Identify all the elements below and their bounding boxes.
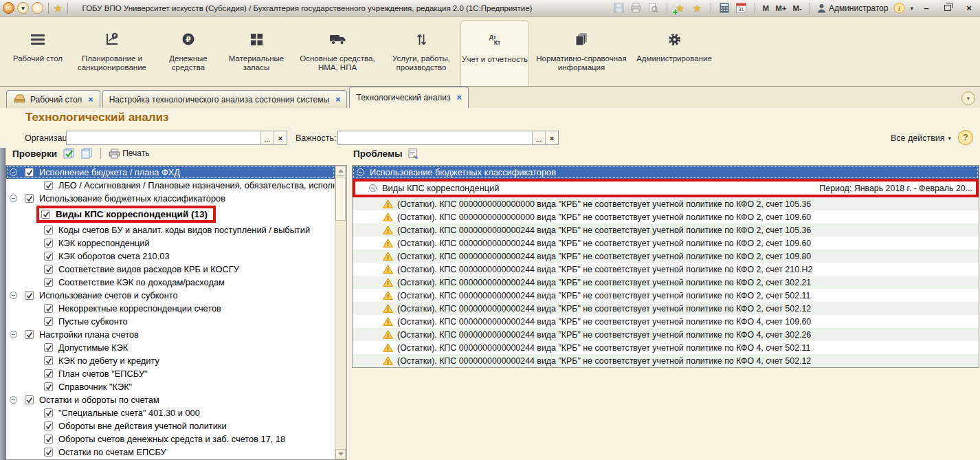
ribbon-section-8[interactable]: Нормативно-справочная информация [529,17,634,86]
checkbox[interactable] [44,382,53,391]
collapse-icon[interactable] [10,331,17,338]
print-button[interactable]: Печать [109,149,149,159]
collapse-icon[interactable] [10,292,17,299]
ribbon-section-2[interactable]: ₽ Планирование и санкционирование [67,17,157,86]
checkbox[interactable] [44,435,53,443]
checkbox[interactable] [25,194,34,203]
tree-row[interactable]: Остатки по счетам ЕПСБУ [6,446,335,459]
organization-clear-button[interactable]: × [274,131,287,144]
checkbox[interactable] [25,395,34,404]
importance-lookup-button[interactable]: ... [532,131,545,144]
importance-input[interactable] [338,131,532,144]
scrollbar-thumb[interactable] [335,177,346,221]
organization-lookup-button[interactable]: ... [260,131,274,144]
ribbon-section-1[interactable]: Рабочий стол [8,17,67,86]
problem-row[interactable]: ! (Остатки). КПС 0000000000000000 вида "… [353,210,979,223]
tree-row[interactable]: Обороты счетов денежных средств и заб. с… [6,432,335,446]
tab-close-icon[interactable]: × [335,95,340,105]
collapse-icon[interactable] [369,184,377,192]
tree-row[interactable]: План счетов "ЕПСБУ" [6,367,335,380]
ribbon-section-9[interactable]: Администрирование [634,17,715,86]
tree-row[interactable]: Допустимые КЭК [6,341,335,354]
tree-row[interactable]: Соответствие видов расходов КРБ и КОСГУ [6,263,335,276]
problem-row[interactable]: ! (Остатки). КПС 0000000000000244 вида "… [353,302,979,315]
tree-row[interactable]: КЭК корреспонденций [6,237,335,250]
problem-row[interactable]: ! (Остатки). КПС 0000000000000244 вида "… [353,223,979,237]
problem-row[interactable]: Использование бюджетных классификаторов [353,166,979,179]
tree-row[interactable]: Соответствие КЭК по доходам/расходам [6,276,335,289]
ribbon-section-6[interactable]: Услуги, работы, производство [382,17,460,86]
problem-row[interactable]: ! (Остатки). КПС 0000000000000000 вида "… [353,197,979,210]
checkbox[interactable] [44,408,53,417]
tree-row[interactable]: "Специальные счета" 401.30 и 000 [6,406,335,419]
checkbox[interactable] [44,421,53,430]
problem-row[interactable]: ! (Остатки). КПС 0000000000000244 вида "… [353,341,979,354]
chevron-down-icon[interactable]: ▾ [17,2,29,14]
left-splitter[interactable] [0,148,5,460]
memory-add-button[interactable]: М+ [775,4,787,12]
tree-row[interactable]: Виды КПС корреспонденций (13) [6,205,335,223]
tree-row[interactable]: Коды счетов БУ и аналит. коды видов пост… [6,223,335,237]
print-icon[interactable] [630,2,643,14]
problem-row[interactable]: ! (Остатки). КПС 0000000000000244 вида "… [353,263,979,276]
save-icon[interactable] [613,2,625,14]
tab-3[interactable]: Технологический анализ × [349,87,468,108]
problem-row[interactable]: ! (Остатки). КПС 0000000000000244 вида "… [353,354,979,367]
scroll-down-icon[interactable] [335,449,346,459]
tree-row[interactable]: ЛБО / Ассигнования / Плановые назначения… [6,179,335,192]
collapse-icon[interactable] [10,396,17,404]
tree-row[interactable]: Исполнение бюджета / плана ФХД [6,166,335,179]
check-all-icon[interactable] [63,148,75,159]
help-button[interactable]: ? [958,130,973,145]
problem-row[interactable]: ! (Остатки). КПС 0000000000000244 вида "… [353,328,979,341]
checkbox[interactable] [44,448,53,457]
checkbox[interactable] [44,226,53,234]
checkbox[interactable] [41,210,50,219]
tree-row[interactable]: Справочник "КЭК" [6,380,335,393]
tab-2[interactable]: Настройка технологического анализа состо… [102,90,348,108]
star-icon[interactable]: ★ [691,2,704,14]
ribbon-section-4[interactable]: Материальные запасы [220,17,293,86]
print-preview-icon[interactable] [647,2,660,14]
checkbox[interactable] [44,239,53,248]
checkbox[interactable] [44,278,53,287]
organization-input[interactable] [67,131,260,144]
minimize-button[interactable]: – [918,2,935,14]
checkbox[interactable] [25,168,34,177]
add-favorite-icon[interactable]: ★ [674,2,687,14]
ribbon-section-7[interactable]: ДтКт Учет и отчетность [460,20,529,86]
scrollbar-track[interactable] [335,166,346,459]
problem-row[interactable]: ! (Остатки). КПС 0000000000000244 вида "… [353,250,979,263]
ribbon-section-5[interactable]: Основные средства, НМА, НПА [293,17,382,86]
history-icon[interactable] [32,2,43,14]
tree-row[interactable]: Настройки плана счетов [6,328,335,341]
problem-row[interactable]: ! (Остатки). КПС 0000000000000244 вида "… [353,289,979,302]
checkbox[interactable] [44,369,53,378]
checkbox[interactable] [44,304,53,313]
checkbox[interactable] [44,265,53,274]
annotation-red-box-row[interactable]: Виды КПС корреспонденций Период: Январь … [353,179,979,197]
tree-row[interactable]: Использование счетов и субконто [6,289,335,302]
tree-row[interactable]: Пустые субконто [6,315,335,328]
current-user[interactable]: Администратор [817,3,889,13]
tab-close-icon[interactable]: × [88,95,93,105]
tree-row[interactable]: КЭК по дебету и кредиту [6,354,335,367]
checkbox[interactable] [25,291,34,300]
collapse-icon[interactable] [10,168,17,176]
calculator-icon[interactable] [718,2,731,14]
info-icon[interactable]: i [893,2,905,14]
checkbox[interactable] [44,343,53,352]
collapse-icon[interactable] [10,195,17,202]
tree-row[interactable]: Использование бюджетных классификаторов [6,192,335,205]
collapse-icon[interactable] [357,168,364,176]
window-list-button[interactable]: ▾ [961,91,975,105]
problem-row[interactable]: ! (Остатки). КПС 0000000000000244 вида "… [353,276,979,289]
favorites-star-icon[interactable]: ★ [54,3,63,13]
scroll-up-icon[interactable] [335,166,346,176]
tab-close-icon[interactable]: × [457,93,462,102]
importance-clear-button[interactable]: × [545,131,558,144]
tree-row[interactable]: Обороты вне действия учетной политики [6,419,335,432]
all-actions-button[interactable]: Все действия ▾ [891,133,951,143]
problem-row[interactable]: ! (Остатки). КПС 0000000000000244 вида "… [353,315,979,328]
calendar-icon[interactable]: 31 [735,2,748,14]
